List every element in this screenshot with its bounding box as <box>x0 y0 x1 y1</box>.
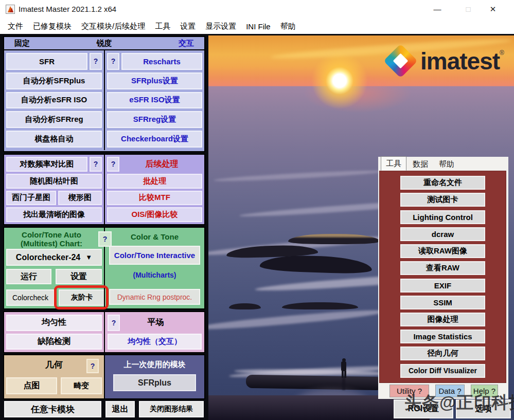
close-button[interactable]: ✕ <box>486 4 500 15</box>
arbitrary-chart-button[interactable]: 任意卡模块 <box>4 401 101 417</box>
color-tone-column: Color & Tone Color/Tone Interactive (Mul… <box>105 228 204 308</box>
find-sharpest-button[interactable]: 找出最清晰的图像 <box>6 207 102 222</box>
last-module-column: 上一次使用的模块 SFRplus <box>105 355 204 398</box>
sfrreg-setup-button[interactable]: SFRreg设置 <box>107 111 202 128</box>
exit-button[interactable]: 退出 <box>105 401 135 417</box>
siemens-star-button[interactable]: 西门子星图 <box>6 191 56 206</box>
tab-data[interactable]: 数据 <box>408 157 433 171</box>
minimize-button[interactable]: — <box>430 4 445 15</box>
menu-item-help[interactable]: 帮助 <box>280 21 296 32</box>
geometry-section: 几何 ? 点图 畸变 上一次使用的模块 SFRplus <box>3 354 205 399</box>
sfr-help-button[interactable]: ? <box>90 53 102 70</box>
ois-compare-button[interactable]: OIS/图像比较 <box>107 207 202 222</box>
ssim-button[interactable]: SSIM <box>400 296 485 309</box>
module-panel: 固定 锐度 交互 SFR ? 自动分析SFRplus 自动分析eSFR ISO … <box>3 36 205 418</box>
distortion-button[interactable]: 畸变 <box>61 377 102 394</box>
imatest-diamond-icon <box>383 44 417 78</box>
read-raw-button[interactable]: 读取RAW图像 <box>400 244 485 258</box>
test-charts-button[interactable]: 测试图卡 <box>400 193 485 207</box>
random-deadleaves-button[interactable]: 随机图/枯叶图 <box>6 174 102 189</box>
title-bar: Imatest Master 2021.1.2 x64 — □ ✕ <box>0 0 514 19</box>
lighting-control-button[interactable]: Lighting Control <box>400 210 485 224</box>
postproc-help-button[interactable]: ? <box>107 157 119 172</box>
image-processing-button[interactable]: 图像处理 <box>400 313 485 326</box>
dcraw-button[interactable]: dcraw <box>400 227 485 241</box>
interactive-label: 交互 <box>179 39 194 48</box>
imatest-logo: imatest® <box>388 49 504 73</box>
batch-button[interactable]: 批处理 <box>107 174 202 189</box>
tab-help[interactable]: 帮助 <box>434 157 459 171</box>
imatest-window: Imatest Master 2021.1.2 x64 — □ ✕ 文件 已修复… <box>0 0 514 420</box>
color-tone-help-button[interactable]: ? <box>98 231 112 247</box>
color-auto-label: Color/Tone Auto (Multitest) Chart: <box>4 230 99 248</box>
frequency-left-column: 对数频率对比图 ? 随机图/枯叶图 西门子星图 楔形图 找出最清晰的图像 <box>4 155 104 224</box>
menu-item-fixed-modules[interactable]: 已修复模块 <box>32 21 72 32</box>
rescharts-help-button[interactable]: ? <box>107 53 119 70</box>
bottom-button-row: 任意卡模块 退出 关闭图形结果 <box>3 401 205 418</box>
exif-button[interactable]: EXIF <box>400 279 485 293</box>
uniformity-section: 均匀性 缺陷检测 ? 平场 均匀性（交互） <box>3 311 205 353</box>
sfr-button[interactable]: SFR <box>6 53 87 70</box>
checkerboard-setup-button[interactable]: Checkerboard设置 <box>107 131 202 148</box>
frequency-section: 对数频率对比图 ? 随机图/枯叶图 西门子星图 楔形图 找出最清晰的图像 ? 后… <box>3 154 205 225</box>
sharpness-section: 固定 锐度 交互 SFR ? 自动分析SFRplus 自动分析eSFR ISO … <box>3 36 205 152</box>
dynamic-range-postproc-button[interactable]: Dynamic Rng postproc. <box>109 289 200 305</box>
uniformity-interactive-button[interactable]: 均匀性（交互） <box>108 334 202 350</box>
color-tone-interactive-button[interactable]: Color/Tone Interactive <box>109 246 200 265</box>
rename-files-button[interactable]: 重命名文件 <box>400 176 485 190</box>
log-frequency-help-button[interactable]: ? <box>90 157 102 172</box>
tools-panel: 工具 数据 帮助 重命名文件 测试图卡 Lighting Control dcr… <box>378 157 508 399</box>
color-tone-label: Color & Tone <box>105 232 204 241</box>
dot-pattern-button[interactable]: 点图 <box>6 377 57 394</box>
wedge-button[interactable]: 楔形图 <box>58 191 102 206</box>
radial-geometry-button[interactable]: 径向几何 <box>400 346 485 360</box>
defect-detect-button[interactable]: 缺陷检测 <box>6 334 102 350</box>
sharpness-header: 固定 锐度 交互 <box>4 37 204 50</box>
colorcheck-button[interactable]: Colorcheck <box>6 289 55 306</box>
uniformity-button[interactable]: 均匀性 <box>6 315 102 331</box>
checkerboard-auto-button[interactable]: 棋盘格自动 <box>6 131 102 148</box>
sharpness-fixed-column: SFR ? 自动分析SFRplus 自动分析eSFR ISO 自动分析SFRre… <box>4 50 104 150</box>
last-module-sfrplus-button[interactable]: SFRplus <box>113 374 196 391</box>
auto-esfr-iso-button[interactable]: 自动分析eSFR ISO <box>6 92 102 109</box>
menu-item-file[interactable]: 文件 <box>7 21 24 32</box>
chart-select-dropdown[interactable]: Colorchecker-24 ▼ <box>6 249 102 266</box>
multicharts-label: (Multicharts) <box>105 271 204 279</box>
esfr-iso-setup-button[interactable]: eSFR ISO设置 <box>107 92 202 109</box>
sharpness-interactive-column: ? Rescharts SFRplus设置 eSFR ISO设置 SFRreg设… <box>105 50 204 150</box>
menu-item-tools[interactable]: 工具 <box>154 21 171 32</box>
compare-mtf-button[interactable]: 比较MTF <box>107 191 202 206</box>
rock <box>229 303 261 309</box>
auto-sfrplus-button[interactable]: 自动分析SFRplus <box>6 72 102 89</box>
view-raw-button[interactable]: 查看RAW <box>400 261 485 275</box>
sfrplus-setup-button[interactable]: SFRplus设置 <box>107 72 202 89</box>
last-module-label: 上一次使用的模块 <box>105 360 204 370</box>
sharpness-title: 锐度 <box>4 39 204 48</box>
maximize-button[interactable]: □ <box>461 4 475 15</box>
postproc-label: 后续处理 <box>121 157 202 172</box>
app-icon <box>6 5 15 14</box>
menu-item-interactive-postproc[interactable]: 交互模块/后续处理 <box>81 21 146 32</box>
rock <box>288 234 380 244</box>
tab-tools[interactable]: 工具 <box>381 156 406 171</box>
image-statistics-button[interactable]: Image Statistics <box>400 330 485 343</box>
menu-item-display-settings[interactable]: 显示设置 <box>205 21 237 32</box>
menu-item-ini-file[interactable]: INI File <box>245 21 271 32</box>
geometry-help-button[interactable]: ? <box>86 359 99 373</box>
watermark: 头条@正印科技 <box>404 391 514 414</box>
stepchart-button[interactable]: 灰阶卡 <box>59 289 105 306</box>
chevron-down-icon: ▼ <box>85 253 92 261</box>
uniformity-right-column: ? 平场 均匀性（交互） <box>105 312 204 352</box>
flatfield-label: 平场 <box>122 315 189 331</box>
tools-button-list: 重命名文件 测试图卡 Lighting Control dcraw 读取RAW图… <box>379 171 506 383</box>
postproc-column: ? 后续处理 批处理 比较MTF OIS/图像比较 <box>105 155 204 224</box>
menu-item-settings[interactable]: 设置 <box>180 21 196 32</box>
flatfield-help-button[interactable]: ? <box>108 315 120 331</box>
rescharts-button[interactable]: Rescharts <box>121 53 202 70</box>
run-button[interactable]: 运行 <box>6 269 51 284</box>
log-frequency-button[interactable]: 对数频率对比图 <box>6 157 87 172</box>
setup-button[interactable]: 设置 <box>56 269 102 284</box>
color-diff-visualizer-button[interactable]: Color Diff VIsualizer <box>400 364 485 378</box>
auto-sfrreg-button[interactable]: 自动分析SFRreg <box>6 111 102 128</box>
close-figures-button[interactable]: 关闭图形结果 <box>139 401 204 417</box>
